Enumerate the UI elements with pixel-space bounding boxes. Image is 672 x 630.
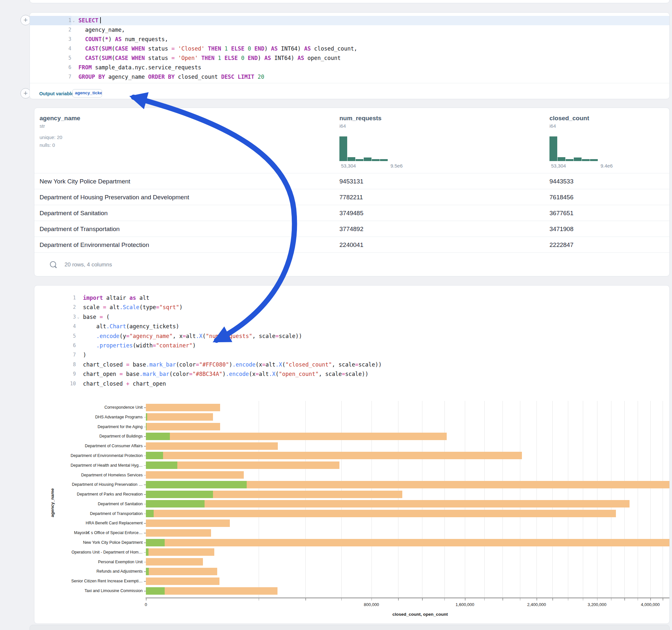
bar-closed-count[interactable] [146,587,278,595]
code-line-2[interactable]: 2 agency_name, [30,25,669,35]
x-axis-tick [146,598,146,601]
fold-caret-icon[interactable]: ⌄ [77,312,79,322]
sql-cell: 1⌄SELECT2 agency_name,3 COUNT(*) AS num_… [29,12,670,99]
table-cell: 3774892 [339,225,363,233]
bar-closed-count[interactable] [146,558,203,565]
bar-closed-count[interactable] [146,404,220,411]
line-number: 7 [34,350,76,360]
x-axis-tick [422,598,423,601]
line-number: 2 [34,303,76,312]
code-line-3[interactable]: 3⌄base = ( [34,312,669,322]
column-header-agency-name[interactable]: agency_name [40,115,80,122]
table-row[interactable]: Department of Sanitation37494853677651 [34,205,669,221]
table-row[interactable]: Department of Housing Preservation and D… [34,189,669,205]
code-line-9[interactable]: 9chart_open = base.mark_bar(color="#8BC3… [34,369,669,379]
table-row[interactable]: New York City Police Department945313194… [34,173,669,189]
code-line-1[interactable]: 1import altair as alt [34,293,669,303]
code-line-4[interactable]: 4 alt.Chart(agency_tickets) [34,322,669,331]
bar-open-count[interactable] [146,452,163,459]
bar-open-count[interactable] [146,548,148,556]
table-cell: 7782211 [339,194,363,201]
column-dtype: str [40,123,45,129]
column-header-closed-count[interactable]: closed_count [549,115,589,122]
bar-closed-count[interactable] [146,413,213,421]
y-axis-label: New York City Police Department [83,540,143,545]
table-row[interactable]: Department of Transportation377489234719… [34,221,669,237]
code-line-4[interactable]: 4 CAST(SUM(CASE WHEN status = 'Closed' T… [30,44,669,53]
bar-closed-count[interactable] [146,433,447,440]
search-icon[interactable] [50,261,56,267]
bar-open-count[interactable] [146,461,177,469]
x-axis-tick [398,598,399,601]
gridline [663,401,663,598]
bar-open-count[interactable] [146,568,149,575]
x-axis-tick [520,598,521,601]
table-cell: 7618456 [549,194,573,201]
bar-open-count[interactable] [146,423,146,430]
x-axis-tick-label: 2,400,000 [527,602,546,607]
gridline [638,401,638,598]
line-number: 4 [34,322,76,331]
bar-closed-count[interactable] [146,500,629,508]
line-number: 7 [30,72,71,82]
y-axis-label: Department of Consumer Affairs [85,444,143,448]
bar-closed-count[interactable] [146,529,211,537]
bar-open-count[interactable] [146,481,247,488]
y-axis-label: Senior Citizen Rent Increase Exempti… [71,579,143,583]
column-header-num-requests[interactable]: num_requests [339,115,382,122]
code-line-3[interactable]: 3 COUNT(*) AS num_requests, [30,35,669,44]
bar-closed-count[interactable] [146,548,214,556]
bar-closed-count[interactable] [146,539,669,547]
histogram-bar [574,158,581,161]
collapsed-cell-strip[interactable] [29,625,670,630]
bar-closed-count[interactable] [146,423,220,430]
code-line-6[interactable]: 6 .properties(width="container") [34,341,669,350]
bar-closed-count[interactable] [146,578,219,585]
column-dtype: i64 [339,123,346,129]
line-number: 3 [34,312,76,322]
code-line-5[interactable]: 5 CAST(SUM(CASE WHEN status = 'Open' THE… [30,53,669,63]
code-line-1[interactable]: 1⌄SELECT [30,16,669,25]
table-row[interactable]: Department of Environmental Protection22… [34,237,669,253]
code-line-8[interactable]: 8chart_closed = base.mark_bar(color="#FF… [34,360,669,369]
bar-closed-count[interactable] [146,510,616,517]
code-line-6[interactable]: 6FROM sample_data.nyc.service_requests [30,63,669,72]
fold-caret-icon[interactable]: ⌄ [73,16,75,25]
bar-closed-count[interactable] [146,452,522,459]
code-line-5[interactable]: 5 .encode(y="agency_name", x=alt.X("num_… [34,332,669,341]
line-number: 5 [34,332,76,341]
code-line-7[interactable]: 7) [34,350,669,360]
x-axis-tick [611,598,612,601]
bar-open-count[interactable] [146,500,205,508]
x-axis-tick [568,598,569,601]
code-text: chart_closed = base.mark_bar(color="#FFC… [83,360,382,369]
bar-closed-count[interactable] [146,568,217,575]
gridline [445,401,445,598]
bar-open-count[interactable] [146,413,147,421]
code-line-2[interactable]: 2scale = alt.Scale(type="sqrt") [34,303,669,312]
bar-open-count[interactable] [146,491,213,498]
x-axis-tick-label: 3,200,000 [588,602,606,607]
x-axis-tick [305,598,306,601]
bar-open-count[interactable] [146,510,154,517]
y-axis-label: Department of Buildings [99,434,143,438]
bar-open-count[interactable] [146,433,170,440]
bar-open-count[interactable] [146,539,165,547]
x-axis-tick-label: 800,000 [364,602,379,607]
bar-closed-count[interactable] [146,442,278,450]
bar-open-count[interactable] [146,587,165,595]
gridline [624,401,625,598]
x-axis-tick [650,598,651,601]
y-axis-label: Department of Sanitation [98,502,143,506]
code-line-7[interactable]: 7GROUP BY agency_name ORDER BY closed_co… [30,72,669,82]
output-variable-pill[interactable]: agency_tickets [72,89,102,98]
table-cell: Department of Sanitation [40,210,107,217]
histogram-bar [380,159,388,161]
histogram-closed-count [549,137,598,161]
code-line-10[interactable]: 10chart_closed + chart_open [34,379,669,389]
y-axis-label: Department for the Aging [98,425,143,429]
line-number: 6 [30,63,71,72]
bar-closed-count[interactable] [146,471,244,479]
code-text: COUNT(*) AS num_requests, [78,35,168,44]
bar-closed-count[interactable] [146,519,230,527]
